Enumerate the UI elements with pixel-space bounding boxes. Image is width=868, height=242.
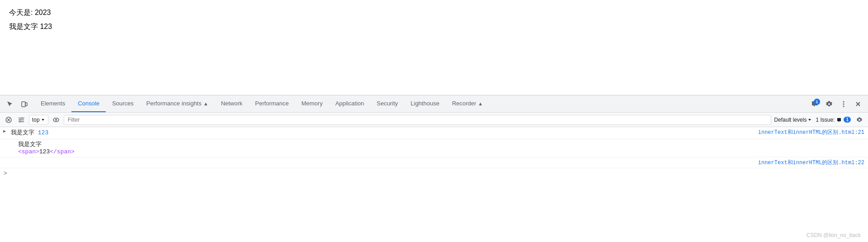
tab-list: Elements Console Sources Performance ins…	[34, 95, 808, 112]
log-source-link-2[interactable]: innerText和innerHTML的区别.html:22	[755, 157, 868, 168]
detail-line-2: <span>123</span>	[18, 148, 868, 155]
performance-insights-badge: ▲	[203, 101, 208, 106]
devtools-tab-icons	[4, 98, 31, 110]
svg-rect-0	[22, 102, 25, 107]
tab-elements[interactable]: Elements	[34, 95, 71, 112]
context-label: top	[32, 117, 40, 123]
expand-arrow-icon[interactable]: ▶	[0, 127, 9, 134]
log-text-prefix: 我是文字	[11, 129, 38, 136]
svg-rect-1	[25, 103, 27, 106]
tab-performance[interactable]: Performance	[249, 95, 295, 112]
page-line1: 今天是: 2023	[9, 8, 859, 18]
filter-toggle-btn[interactable]	[16, 115, 26, 125]
devtools-panel: Elements Console Sources Performance ins…	[0, 95, 868, 242]
close-devtools-icon[interactable]	[852, 98, 864, 110]
default-levels-label: Default levels	[774, 117, 807, 123]
default-levels-dropdown[interactable]: Default levels	[774, 117, 812, 123]
expanded-detail: 我是文字 <span>123</span>	[0, 139, 868, 157]
clear-console-btn[interactable]	[4, 115, 14, 125]
watermark: CSDN @lion_no_back	[807, 232, 861, 238]
console-prompt-row[interactable]: >	[0, 168, 868, 179]
tab-network[interactable]: Network	[215, 95, 249, 112]
console-log-row: ▶ 我是文字 123 innerText和innerHTML的区别.html:2…	[0, 127, 868, 139]
svg-point-4	[843, 105, 844, 107]
tab-lighthouse[interactable]: Lighthouse	[404, 95, 446, 112]
tab-console[interactable]: Console	[71, 95, 106, 112]
tab-memory[interactable]: Memory	[295, 95, 329, 112]
device-toolbar-icon[interactable]	[18, 98, 31, 110]
tab-performance-insights[interactable]: Performance insights ▲	[140, 95, 215, 112]
svg-point-3	[843, 103, 844, 104]
issue-badge[interactable]: 1 Issue: 1	[816, 117, 851, 123]
page-content: 今天是: 2023 我是文字 123	[0, 0, 868, 95]
inspect-element-icon[interactable]	[4, 98, 16, 110]
context-dropdown[interactable]: top	[29, 115, 48, 125]
log-blue-text: 123	[38, 129, 48, 136]
tab-security[interactable]: Security	[370, 95, 404, 112]
settings-icon-btn[interactable]	[823, 98, 835, 110]
page-line2: 我是文字 123	[9, 22, 859, 32]
more-options-icon[interactable]	[837, 98, 850, 110]
console-settings-btn[interactable]	[854, 115, 864, 125]
console-toolbar: top Default levels 1 Issue:	[0, 113, 868, 127]
svg-point-10	[55, 119, 57, 121]
log-source-link-1[interactable]: innerText和innerHTML的区别.html:21	[755, 127, 868, 138]
chat-badge: 1	[814, 99, 820, 105]
issue-label: 1 Issue:	[816, 117, 835, 123]
console-filter-input[interactable]	[64, 115, 772, 125]
tab-application[interactable]: Application	[329, 95, 371, 112]
console-toolbar-right: Default levels 1 Issue: 1	[774, 115, 864, 125]
detail-line-1: 我是文字	[18, 140, 868, 148]
console-output: ▶ 我是文字 123 innerText和innerHTML的区别.html:2…	[0, 127, 868, 242]
recorder-badge: ▲	[478, 101, 483, 106]
eye-icon-btn[interactable]	[51, 115, 61, 125]
tab-right-icons: 1	[808, 98, 864, 110]
issue-count: 1	[844, 117, 851, 123]
console-prompt-icon: >	[4, 170, 7, 177]
tab-sources[interactable]: Sources	[106, 95, 140, 112]
svg-point-2	[843, 101, 844, 102]
log-row-content: 我是文字 123	[9, 127, 755, 139]
devtools-tab-bar: Elements Console Sources Performance ins…	[0, 95, 868, 113]
tab-recorder[interactable]: Recorder ▲	[446, 95, 489, 112]
chat-icon-btn[interactable]: 1	[808, 98, 821, 110]
